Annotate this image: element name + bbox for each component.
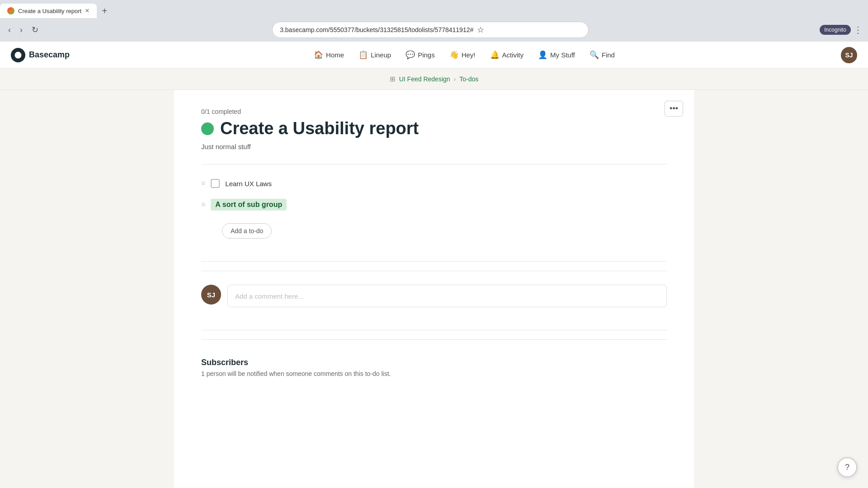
activity-icon: 🔔 xyxy=(490,50,500,60)
nav-home[interactable]: 🏠 Home xyxy=(307,47,350,63)
breadcrumb-project-link[interactable]: UI Feed Redesign xyxy=(399,75,450,83)
nav-hey-label: Hey! xyxy=(462,51,476,59)
comment-input[interactable]: Add a comment here... xyxy=(227,285,667,307)
pings-icon: 💬 xyxy=(406,50,415,60)
home-icon: 🏠 xyxy=(314,50,323,60)
tab-close-button[interactable]: × xyxy=(85,7,89,14)
divider-comment xyxy=(201,261,667,262)
page-title: Create a Usability report xyxy=(220,119,419,138)
nav-hey[interactable]: 👋 Hey! xyxy=(443,47,482,63)
browser-tab-bar: Create a Usability report × + xyxy=(0,0,868,18)
breadcrumb-separator: › xyxy=(454,75,456,83)
forward-button[interactable]: › xyxy=(17,23,25,37)
logo[interactable]: Basecamp xyxy=(11,48,70,62)
nav-activity[interactable]: 🔔 Activity xyxy=(484,47,530,63)
options-button[interactable]: ••• xyxy=(665,101,683,117)
hey-icon: 👋 xyxy=(449,50,459,60)
toolbar-actions: Incognito ⋮ xyxy=(820,24,863,35)
logo-text: Basecamp xyxy=(29,50,70,60)
new-tab-button[interactable]: + xyxy=(97,6,113,16)
page-title-row: Create a Usability report xyxy=(201,119,667,138)
comment-avatar: SJ xyxy=(201,285,221,305)
sub-group-row: ≡ A sort of sub group xyxy=(201,193,667,216)
breadcrumb-bar: ⊞ UI Feed Redesign › To-dos xyxy=(0,69,868,90)
project-icon: ⊞ xyxy=(390,75,396,83)
nav-pings-label: Pings xyxy=(418,51,435,59)
progress-text: 0/1 completed xyxy=(201,108,667,115)
help-button[interactable]: ? xyxy=(837,457,857,477)
tab-favicon xyxy=(7,7,14,14)
bookmark-icon[interactable]: ☆ xyxy=(477,25,581,35)
nav-mystuff[interactable]: 👤 My Stuff xyxy=(532,47,581,63)
description: Just normal stuff xyxy=(201,143,667,150)
browser-chrome: Create a Usability report × + ‹ › ↻ 3.ba… xyxy=(0,0,868,42)
nav-mystuff-label: My Stuff xyxy=(550,51,575,59)
divider-subscribers xyxy=(201,330,667,330)
nav-items: 🏠 Home 📋 Lineup 💬 Pings 👋 Hey! 🔔 Activit… xyxy=(88,47,841,63)
subscribers-title: Subscribers xyxy=(201,358,667,367)
breadcrumb-page-link[interactable]: To-dos xyxy=(459,75,478,83)
url-text: 3.basecamp.com/5550377/buckets/31325815/… xyxy=(280,26,473,33)
tab-title: Create a Usability report xyxy=(18,8,81,14)
nav-lineup-label: Lineup xyxy=(371,51,391,59)
browser-menu-button[interactable]: ⋮ xyxy=(854,24,863,35)
drag-handle-icon[interactable]: ≡ xyxy=(201,179,205,188)
nav-pings[interactable]: 💬 Pings xyxy=(399,47,441,63)
sub-group-label: A sort of sub group xyxy=(211,199,287,211)
incognito-badge[interactable]: Incognito xyxy=(820,25,851,35)
todo-label: Learn UX Laws xyxy=(225,180,272,188)
browser-toolbar: ‹ › ↻ 3.basecamp.com/5550377/buckets/313… xyxy=(0,18,868,42)
lineup-icon: 📋 xyxy=(359,50,368,60)
breadcrumb: ⊞ UI Feed Redesign › To-dos xyxy=(390,75,479,83)
subscribers-desc: 1 person will be notified when someone c… xyxy=(201,370,667,377)
nav-home-label: Home xyxy=(326,51,344,59)
svg-point-0 xyxy=(15,52,22,58)
active-tab[interactable]: Create a Usability report × xyxy=(0,4,97,18)
comment-placeholder: Add a comment here... xyxy=(235,292,304,300)
todo-item: ≡ Learn UX Laws xyxy=(201,174,667,193)
refresh-button[interactable]: ↻ xyxy=(29,23,41,37)
address-bar[interactable]: 3.basecamp.com/5550377/buckets/31325815/… xyxy=(272,22,589,38)
content-area: ••• 0/1 completed Create a Usability rep… xyxy=(174,90,694,488)
divider-top xyxy=(201,164,667,164)
nav-lineup[interactable]: 📋 Lineup xyxy=(352,47,397,63)
main-wrapper: ••• 0/1 completed Create a Usability rep… xyxy=(0,90,868,488)
nav-find[interactable]: 🔍 Find xyxy=(583,47,621,63)
subscribers-section: Subscribers 1 person will be notified wh… xyxy=(201,339,667,395)
comment-section: SJ Add a comment here... xyxy=(201,271,667,321)
nav-find-label: Find xyxy=(602,51,615,59)
user-avatar[interactable]: SJ xyxy=(841,47,857,63)
mystuff-icon: 👤 xyxy=(538,50,547,60)
find-icon: 🔍 xyxy=(590,50,599,60)
todo-checkbox[interactable] xyxy=(211,179,220,188)
sub-group-drag-handle-icon[interactable]: ≡ xyxy=(201,201,205,209)
status-dot xyxy=(201,122,214,135)
app-nav: Basecamp 🏠 Home 📋 Lineup 💬 Pings 👋 Hey! … xyxy=(0,42,868,69)
back-button[interactable]: ‹ xyxy=(5,23,14,37)
nav-activity-label: Activity xyxy=(502,51,524,59)
logo-icon xyxy=(11,48,25,62)
add-todo-button[interactable]: Add a to-do xyxy=(222,223,272,239)
